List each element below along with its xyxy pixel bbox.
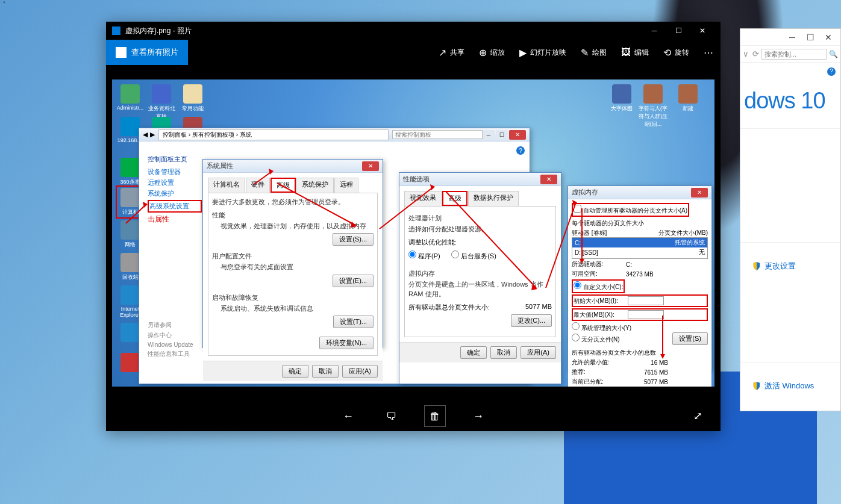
intro-text: 要进行大多数更改，您必须作为管理员登录。 (212, 197, 374, 207)
more-button[interactable]: ⋯ (696, 40, 721, 65)
tab-advanced[interactable]: 高级 (442, 191, 467, 206)
zoom-button[interactable]: ⊕缩放 (472, 40, 512, 65)
search-icon[interactable]: 🔍 (829, 50, 838, 58)
group-title: 用户配置文件 (212, 252, 374, 261)
help-icon[interactable]: ? (827, 67, 836, 76)
maximize-button[interactable]: ☐ (496, 130, 508, 140)
view-all-photos-button[interactable]: 查看所有照片 (106, 40, 188, 65)
minimize-button[interactable]: ─ (483, 130, 495, 140)
ok-button[interactable]: 确定 (282, 365, 308, 378)
sidebar-link[interactable]: 系统保护 (148, 189, 202, 198)
tab[interactable]: 视觉效果 (404, 191, 442, 206)
red-arrow (125, 201, 149, 225)
auto-manage-checkbox[interactable]: 自动管理所有驱动器的分页文件大小(A) (572, 203, 689, 217)
apply-button[interactable]: 应用(A) (342, 365, 378, 378)
tab-advanced[interactable]: 高级 (270, 178, 296, 193)
desktop-icon[interactable]: 字符与人(字符与人群)压缩(回... (637, 84, 669, 128)
slideshow-button[interactable]: ▶幻灯片放映 (512, 40, 574, 65)
activate-windows-link[interactable]: 激活 Windows (740, 377, 840, 395)
drive-header: 驱动器 [卷标] (572, 229, 658, 237)
sys-managed-radio[interactable]: 系统管理的大小(Y) (572, 325, 631, 331)
advanced-system-settings-link[interactable]: 高级系统设置 (148, 200, 202, 213)
change-settings-link[interactable]: 更改设置 (740, 257, 840, 275)
init-size-input[interactable] (628, 296, 664, 305)
fullscreen-button[interactable]: ⤢ (687, 405, 708, 427)
close-button[interactable]: ✕ (825, 34, 832, 41)
close-button[interactable]: ✕ (540, 175, 557, 184)
page-header: 分页文件大小(MB) (658, 229, 708, 237)
refresh-icon[interactable]: ⟳ (752, 49, 759, 58)
settings-button[interactable]: 设置(E)... (333, 275, 374, 287)
drive-row: C:托管的系统 (572, 238, 707, 247)
help-icon[interactable]: ? (516, 146, 525, 155)
maximize-button[interactable]: ☐ (807, 34, 814, 41)
zoom-icon: ⊕ (479, 47, 487, 58)
no-page-radio[interactable]: 无分页文件(N) (572, 334, 672, 344)
desktop-icon[interactable]: Administr... (116, 84, 145, 111)
sidebar-link[interactable]: 性能信息和工具 (148, 350, 202, 358)
minimize-button[interactable]: ─ (789, 34, 796, 41)
cancel-button[interactable]: 取消 (490, 346, 517, 359)
change-button[interactable]: 更改(C)... (511, 314, 552, 327)
sidebar-link[interactable]: Windows Update (148, 341, 202, 348)
apply-button[interactable]: 应用(A) (521, 346, 556, 359)
max-size-input[interactable] (628, 310, 664, 319)
tab[interactable]: 硬件 (246, 178, 270, 193)
comment-button[interactable]: 🗨 (381, 405, 402, 427)
photos-content: Administr... 业务资料北京版 常用功能 192.168.... -快… (106, 65, 721, 401)
desktop-icon[interactable]: 常用功能 (178, 84, 207, 113)
photos-app-icon (112, 26, 120, 35)
annotation-text: 击属性 (148, 214, 202, 225)
delete-button[interactable]: 🗑 (424, 405, 446, 427)
init-label: 初始大小(MB)(I): (574, 297, 628, 305)
photos-bottom-bar: ← 🗨 🗑 → ⤢ (106, 401, 721, 431)
side-control-panel: ─ ☐ ✕ ∨ ⟳ 🔍 ? dows 10 更改设置 激活 Windows (740, 28, 841, 411)
cancel-button[interactable]: 取消 (312, 365, 339, 378)
close-button[interactable]: ✕ (362, 161, 379, 171)
tab[interactable]: 系统保护 (296, 178, 334, 193)
nav-forward-icon[interactable]: ▶ (150, 131, 155, 138)
settings-button[interactable]: 设置(T)... (333, 316, 374, 328)
total-label: 所有驱动器总分页文件大小: (408, 303, 490, 312)
tab[interactable]: 远程 (334, 178, 358, 193)
maximize-button[interactable]: ☐ (666, 22, 690, 39)
sidebar-link[interactable]: 操作中心 (148, 331, 202, 340)
draw-button[interactable]: ✎绘图 (574, 40, 614, 65)
drive-list[interactable]: C:托管的系统 D: [SSD]无 (572, 237, 708, 259)
custom-size-radio[interactable]: 自定义大小(C): (572, 279, 625, 293)
desktop-icon[interactable]: 业务资料北京版 (147, 84, 176, 120)
group-title: 处理器计划 (408, 214, 552, 223)
rec-label: 推荐: (572, 368, 626, 376)
tab[interactable]: 计算机名 (208, 178, 245, 193)
programs-radio[interactable]: 程序(P) (408, 252, 440, 260)
virtual-memory-dialog: 虚拟内存✕ 自动管理所有驱动器的分页文件大小(A) 每个驱动器的分页文件大小 驱… (567, 185, 712, 370)
previous-button[interactable]: ← (337, 405, 359, 427)
nav-back-icon[interactable]: ◀ (143, 131, 148, 138)
summary-title: 所有驱动器分页文件大小的总数 (572, 349, 708, 357)
rotate-icon: ⟲ (663, 47, 671, 58)
selected-label: 所选驱动器: (572, 260, 626, 269)
sidebar-link[interactable]: 设备管理器 (148, 167, 202, 176)
settings-button[interactable]: 设置(S)... (333, 233, 374, 246)
more-icon: ⋯ (704, 47, 713, 58)
minimize-button[interactable]: ─ (642, 22, 666, 39)
next-button[interactable]: → (467, 405, 489, 427)
search-input[interactable] (761, 49, 827, 60)
edit-button[interactable]: 🖼编辑 (614, 40, 656, 65)
desktop-icon[interactable]: 大字体图 (607, 84, 636, 113)
sidebar-link[interactable]: 远程设置 (148, 178, 202, 187)
ok-button[interactable]: 确定 (460, 346, 487, 359)
desktop-icon[interactable]: 新建 (674, 84, 702, 113)
close-button[interactable]: ✕ (690, 22, 714, 39)
close-button[interactable]: ✕ (509, 130, 526, 140)
dropdown-icon[interactable]: ∨ (743, 49, 749, 58)
services-radio[interactable]: 后台服务(S) (451, 252, 496, 260)
tab[interactable]: 数据执行保护 (468, 191, 519, 206)
search-input[interactable] (392, 130, 483, 139)
set-button[interactable]: 设置(S) (672, 332, 708, 345)
env-vars-button[interactable]: 环境变量(N)... (319, 337, 374, 349)
close-button[interactable]: ✕ (691, 188, 708, 198)
rotate-button[interactable]: ⟲旋转 (656, 40, 696, 65)
breadcrumb[interactable]: 控制面板 › 所有控制面板项 › 系统 (158, 129, 389, 140)
share-button[interactable]: ↗共享 (431, 40, 472, 65)
